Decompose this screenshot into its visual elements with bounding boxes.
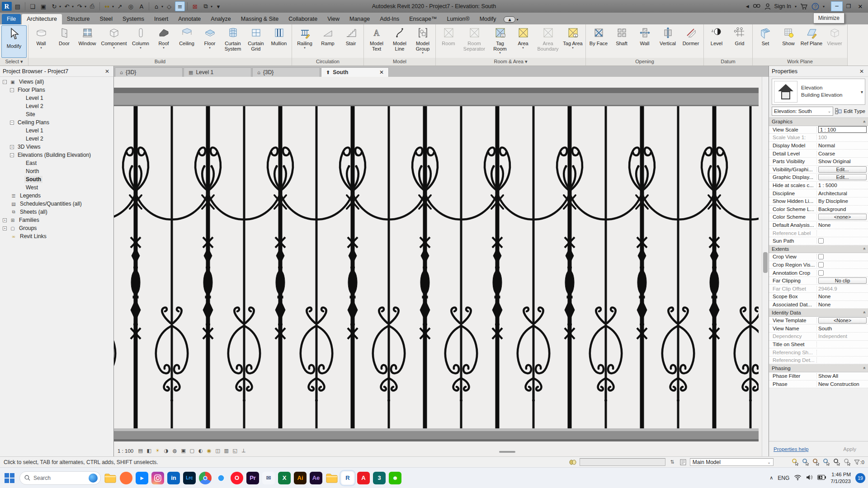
temporary-view-properties-icon[interactable]: ◫	[214, 447, 222, 455]
window-button[interactable]: Window	[76, 25, 99, 58]
excel-app-button[interactable]: X	[278, 472, 291, 484]
wechat-app-button[interactable]: ☻	[389, 472, 401, 484]
property-value[interactable]: None	[817, 222, 868, 228]
property-button[interactable]: <None>	[818, 317, 867, 324]
ref-plane-button[interactable]: Ref Plane	[800, 25, 823, 58]
model-group-button[interactable]: Model Group▾	[411, 25, 434, 58]
browser-item-south[interactable]: South	[0, 175, 113, 183]
ribbon-tab-analyze[interactable]: Analyze	[206, 14, 236, 24]
property-value[interactable]: No clip	[817, 277, 868, 284]
opera-app-button[interactable]: O	[231, 472, 243, 484]
browser-item-east[interactable]: East	[0, 159, 113, 167]
vertical-scrollbar[interactable]	[762, 77, 769, 456]
reveal-constraints-icon[interactable]: ⊥	[240, 447, 247, 455]
open-icon[interactable]: ❏	[28, 1, 38, 11]
property-value[interactable]	[817, 262, 868, 267]
property-checkbox[interactable]	[818, 254, 824, 259]
property-value[interactable]: Show All	[817, 373, 868, 379]
safari-app-button[interactable]	[215, 472, 227, 484]
ribbon-tab-view[interactable]: View	[322, 14, 344, 24]
user-icon[interactable]	[764, 3, 771, 10]
file-explorer-app-button[interactable]	[104, 472, 117, 484]
browser-item-schedules-quantities-all-[interactable]: ▤Schedules/Quantities (all)	[0, 200, 113, 208]
dropdown-caret-icon[interactable]: ▾	[59, 5, 61, 9]
ribbon-display-toggle[interactable]: ▲▾	[504, 16, 518, 23]
property-value[interactable]	[817, 238, 868, 244]
premiere-app-button[interactable]: Pr	[246, 472, 259, 484]
model-text-button[interactable]: AModel Text	[365, 25, 388, 58]
select-elements-by-face-icon[interactable]	[823, 458, 831, 466]
property-value[interactable]: <None>	[817, 317, 868, 324]
property-value[interactable]: Architectural	[817, 191, 868, 196]
ribbon-tab-architecture[interactable]: Architecture	[22, 14, 62, 24]
collapse-chevron-icon[interactable]: »	[861, 248, 866, 250]
properties-section-extents[interactable]: Extents»	[769, 245, 868, 253]
property-value[interactable]: <none>	[817, 214, 868, 220]
edit-type-button[interactable]: Edit Type	[835, 108, 865, 114]
shaft-button[interactable]: Shaft	[610, 25, 633, 58]
active-tool-icon[interactable]: ▲	[504, 16, 515, 23]
firefox-app-button[interactable]	[120, 472, 132, 484]
stair-button[interactable]: Stair	[340, 25, 362, 58]
property-button[interactable]: <none>	[818, 214, 867, 220]
area-button[interactable]: Area▾	[512, 25, 534, 58]
floor-button[interactable]: Floor▾	[198, 25, 221, 58]
mail-app-button[interactable]: ✉	[262, 472, 275, 484]
ribbon-tab-annotate[interactable]: Annotate	[173, 14, 206, 24]
property-input[interactable]: 1 : 100	[818, 126, 867, 133]
taskbar-clock[interactable]: 1:46 PM 7/1/2023	[830, 471, 851, 484]
after-effects-app-button[interactable]: Ae	[310, 472, 322, 484]
ribbon-tab-add-ins[interactable]: Add-Ins	[375, 14, 404, 24]
tag-area-button[interactable]: 1Tag Area▾	[561, 25, 584, 58]
measure-icon[interactable]: ↔	[102, 1, 112, 11]
browser-item-views-all-[interactable]: −▣Views (all)	[0, 78, 113, 86]
curtain-system-button[interactable]: Curtain System	[222, 25, 244, 58]
search-icon[interactable]	[753, 3, 761, 9]
displacement-sets-icon[interactable]: ◱	[231, 447, 239, 455]
browser-item-west[interactable]: West	[0, 183, 113, 192]
file-menu-icon[interactable]: ▤	[13, 1, 23, 11]
active-workset-field[interactable]	[580, 458, 665, 466]
property-value[interactable]: New Construction	[817, 381, 868, 387]
section-icon[interactable]: ◇	[164, 1, 174, 11]
mullion-button[interactable]: Mullion	[268, 25, 290, 58]
property-value[interactable]: By Discipline	[817, 198, 868, 204]
select-underlay-elements-icon[interactable]	[802, 458, 810, 466]
messages-app-button[interactable]: ▸	[136, 472, 148, 484]
sign-in-dropdown-icon[interactable]: ▾	[795, 5, 797, 9]
type-selector[interactable]: Elevation Building Elevation ▾	[772, 79, 865, 105]
horizontal-scrollbar-thumb[interactable]	[499, 451, 515, 453]
thin-lines-icon[interactable]: ≡	[175, 1, 185, 11]
property-value[interactable]: Normal	[817, 143, 868, 148]
switch-windows-icon[interactable]: ⧉	[201, 1, 211, 11]
browser-item-floor-plans[interactable]: −Floor Plans	[0, 86, 113, 94]
tree-expander-minus-icon[interactable]: −	[10, 121, 14, 125]
tree-expander-minus-icon[interactable]: −	[10, 88, 14, 92]
illustrator-app-button[interactable]: Ai	[294, 472, 307, 484]
browser-item-level-1[interactable]: Level 1	[0, 94, 113, 102]
3ds-max-app-button[interactable]: 3	[373, 472, 386, 484]
property-value[interactable]: 1 : 5000	[817, 183, 868, 188]
view-tab-close-icon[interactable]: ✕	[379, 69, 384, 75]
browser-item-sheets-all-[interactable]: ⧉Sheets (all)	[0, 208, 113, 216]
property-button[interactable]: No clip	[818, 277, 867, 284]
browser-item-groups[interactable]: +▢Groups	[0, 224, 113, 232]
panel-caption-model[interactable]: Model	[364, 58, 435, 66]
property-value[interactable]	[817, 270, 868, 276]
property-value[interactable]: South	[817, 326, 868, 331]
default-3d-view-icon[interactable]: ⌂	[151, 1, 161, 11]
tree-expander-plus-icon[interactable]: +	[10, 145, 14, 149]
save-icon[interactable]: ▣	[38, 1, 48, 11]
filter-icon[interactable]: :0	[854, 460, 864, 465]
start-button[interactable]	[5, 473, 14, 483]
project-browser-close-icon[interactable]: ✕	[104, 68, 111, 75]
language-indicator[interactable]: ENG	[778, 475, 789, 481]
apply-button[interactable]: Apply	[836, 445, 863, 453]
browser-item-site[interactable]: Site	[0, 110, 113, 118]
collapse-chevron-icon[interactable]: »	[861, 367, 866, 370]
shadows-icon[interactable]: ◑	[162, 447, 170, 455]
exclude-options-icon[interactable]	[844, 458, 852, 466]
property-value[interactable]: Edit...	[817, 166, 868, 173]
close-hidden-windows-icon[interactable]: ⊠	[190, 1, 200, 11]
visual-style-icon[interactable]: ◧	[145, 447, 153, 455]
